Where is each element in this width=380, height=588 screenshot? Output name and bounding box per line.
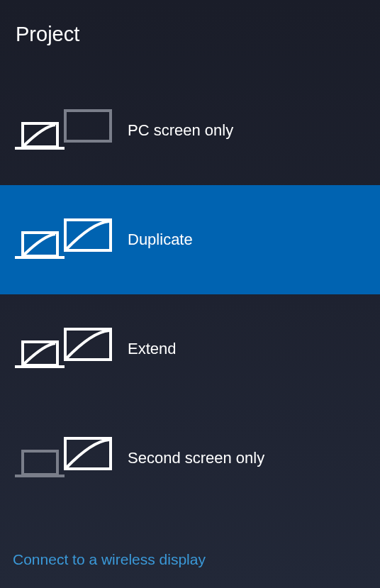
svg-rect-3 <box>65 220 111 250</box>
option-duplicate[interactable]: Duplicate <box>0 185 380 294</box>
option-second-screen-only[interactable]: Second screen only <box>0 404 380 513</box>
icon-pc-screen-only <box>14 109 128 152</box>
icon-second-screen-only <box>14 437 128 479</box>
option-pc-screen-only[interactable]: PC screen only <box>0 76 380 185</box>
option-label: PC screen only <box>128 121 233 140</box>
option-extend[interactable]: Extend <box>0 294 380 404</box>
connect-wireless-display-link[interactable]: Connect to a wireless display <box>0 536 380 588</box>
icon-duplicate <box>14 218 128 261</box>
panel-title: Project <box>0 0 380 46</box>
option-label: Duplicate <box>128 231 193 249</box>
project-options: PC screen only <box>0 76 380 536</box>
icon-extend <box>14 328 128 370</box>
svg-rect-6 <box>65 329 111 360</box>
svg-rect-10 <box>23 451 57 475</box>
svg-rect-9 <box>65 438 111 469</box>
option-label: Second screen only <box>128 449 264 467</box>
svg-rect-0 <box>65 111 111 141</box>
project-panel: Project PC screen only <box>0 0 380 588</box>
option-label: Extend <box>128 340 177 358</box>
